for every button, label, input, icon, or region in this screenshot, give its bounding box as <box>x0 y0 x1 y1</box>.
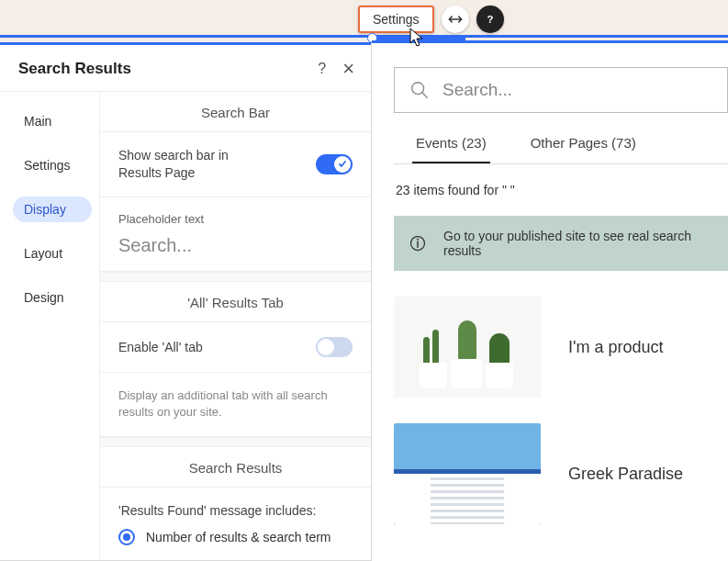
side-tab-layout[interactable]: Layout <box>13 241 92 266</box>
all-desc-card: Display an additional tab with all searc… <box>100 373 371 436</box>
settings-panel: Search Results ? × Main Settings Display… <box>0 44 372 561</box>
preview-notice: Go to your published site to see real se… <box>394 216 728 271</box>
preview-search-placeholder: Search... <box>442 80 512 100</box>
panel-title: Search Results <box>18 60 131 78</box>
info-icon <box>409 234 427 252</box>
tab-other-pages[interactable]: Other Pages (73) <box>527 135 640 163</box>
show-searchbar-toggle[interactable] <box>316 154 353 174</box>
canvas-toolbar: Settings ? Search Results <box>0 0 728 38</box>
tabs-divider <box>394 163 728 164</box>
question-icon: ? <box>482 11 498 28</box>
panel-content: Search Bar Show search bar in Results Pa… <box>99 92 371 560</box>
panel-header: Search Results ? × <box>0 45 371 92</box>
items-found-text: 23 items found for " " <box>396 183 728 197</box>
results-found-label: 'Results Found' message includes: <box>118 502 353 520</box>
svg-text:?: ? <box>487 14 493 25</box>
radio-number-term-label: Number of results & search term <box>146 530 331 544</box>
help-button[interactable]: ? <box>476 6 504 33</box>
tab-events[interactable]: Events (23) <box>412 135 490 163</box>
arrows-horizontal-icon <box>447 11 464 28</box>
svg-point-5 <box>417 239 419 241</box>
show-searchbar-card: Show search bar in Results Page <box>100 131 371 197</box>
preview-result-tabs: Events (23) Other Pages (73) <box>394 135 728 163</box>
section-heading-searchbar: Search Bar <box>100 92 371 131</box>
placeholder-card: Placeholder text Search... <box>100 197 371 272</box>
side-tabs: Main Settings Display Layout Design <box>0 92 99 560</box>
panel-close-button[interactable]: × <box>342 62 354 75</box>
section-heading-searchresults: Search Results <box>100 447 371 487</box>
side-tab-main[interactable]: Main <box>13 108 92 134</box>
enable-all-card: Enable 'All' tab <box>100 321 371 373</box>
preview-notice-text: Go to your published site to see real se… <box>443 229 713 258</box>
svg-line-2 <box>422 93 428 98</box>
settings-button-label: Settings <box>373 12 420 27</box>
enable-all-label: Enable 'All' tab <box>118 339 203 356</box>
search-results-preview: Search... Events (23) Other Pages (73) 2… <box>372 40 728 561</box>
enable-all-toggle[interactable] <box>316 337 353 357</box>
section-heading-alltab: 'All' Results Tab <box>100 282 371 321</box>
result-item[interactable]: Greek Paradise <box>394 423 728 524</box>
radio-option-row[interactable]: Number of results & search term <box>118 529 353 545</box>
side-tab-settings[interactable]: Settings <box>13 152 92 178</box>
all-desc-text: Display an additional tab with all searc… <box>118 387 353 421</box>
placeholder-input[interactable]: Search... <box>118 235 353 256</box>
stretch-button[interactable] <box>442 6 469 33</box>
result-thumb <box>394 423 541 524</box>
side-tab-display[interactable]: Display <box>13 196 92 222</box>
mouse-cursor-icon <box>409 28 426 50</box>
radio-number-term[interactable] <box>118 529 135 545</box>
panel-help-button[interactable]: ? <box>318 61 326 77</box>
search-icon <box>409 80 430 100</box>
result-thumb <box>394 297 541 398</box>
show-searchbar-label: Show search bar in Results Page <box>118 147 274 182</box>
side-tab-design[interactable]: Design <box>13 285 92 310</box>
placeholder-label: Placeholder text <box>118 212 353 226</box>
result-title: Greek Paradise <box>568 465 683 484</box>
check-icon <box>338 160 347 169</box>
preview-search-box[interactable]: Search... <box>394 67 728 113</box>
result-item[interactable]: I'm a product <box>394 297 728 398</box>
result-title: I'm a product <box>568 338 663 357</box>
results-found-card: 'Results Found' message includes: Number… <box>100 487 371 560</box>
